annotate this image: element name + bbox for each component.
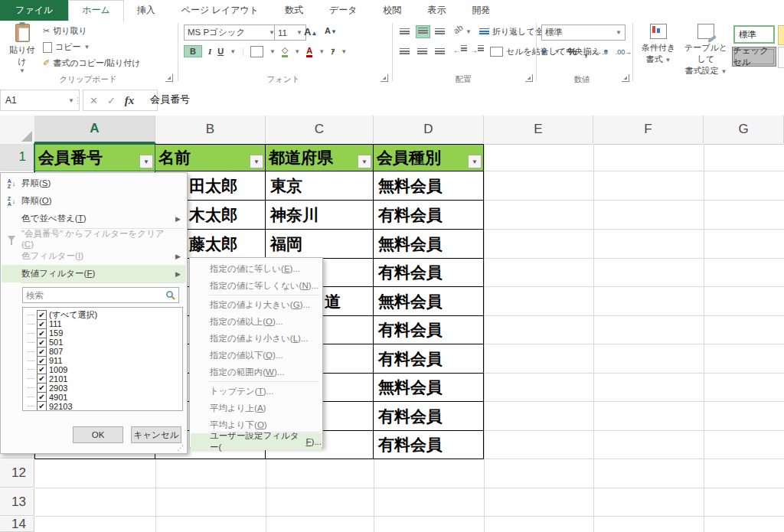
number-filter-item-11[interactable]: ユーザー設定フィルター(F)... xyxy=(191,433,322,450)
cell-C2[interactable]: 東京 xyxy=(266,171,374,201)
tab-表示[interactable]: 表示 xyxy=(415,0,459,21)
filter-dropdown-button-都道府県[interactable]: ▼ xyxy=(358,155,371,168)
copy-button[interactable]: コピー ▼ xyxy=(43,41,90,53)
header-cell-都道府県[interactable]: 都道府県▼ xyxy=(266,144,374,171)
cell-style-partial-neutral[interactable] xyxy=(778,25,784,45)
cell-D4[interactable]: 無料会員 xyxy=(374,230,484,259)
filter-search-input[interactable] xyxy=(23,291,165,300)
resize-grip[interactable]: ⋰ xyxy=(177,444,185,452)
align-top-icon[interactable] xyxy=(400,28,410,36)
number-filter-item-1[interactable]: 指定の値に等しい(E)... xyxy=(191,260,322,277)
ok-button[interactable]: OK xyxy=(73,426,123,443)
phonetic-button[interactable]: ｱ xyxy=(331,47,335,56)
name-box-splitter[interactable]: ⋮ xyxy=(74,96,82,106)
cell-C4[interactable]: 福岡 xyxy=(266,230,374,259)
conditional-formatting-button[interactable]: 条件付き 書式 ▼ xyxy=(637,24,680,65)
column-header-C[interactable]: C xyxy=(266,116,374,143)
filter-value-92103[interactable]: ✔92103 xyxy=(28,401,73,411)
select-all-corner[interactable] xyxy=(0,116,35,143)
font-color-button[interactable]: A xyxy=(306,46,312,57)
tab-ページ レイアウト[interactable]: ページ レイアウト xyxy=(168,0,272,21)
number-filter-item-6[interactable]: 指定の値以下(Q)... xyxy=(191,347,322,364)
filter-dropdown-button-会員種別[interactable]: ▼ xyxy=(468,155,482,168)
row-header-1[interactable]: 1 xyxy=(0,144,34,171)
cell-D8[interactable]: 有料会員 xyxy=(374,344,484,374)
column-header-F[interactable]: F xyxy=(593,116,704,143)
tab-挿入[interactable]: 挿入 xyxy=(124,0,168,21)
number-filter-item-2[interactable]: 指定の値に等しくない(N)... xyxy=(191,277,322,294)
align-middle-icon[interactable] xyxy=(416,25,430,38)
underline-button[interactable]: U xyxy=(217,47,224,56)
filter-dropdown-button-会員番号[interactable]: ▼ xyxy=(139,155,153,168)
number-filter-item-5[interactable]: 指定の値より小さい(L)... xyxy=(191,330,322,347)
enter-formula-icon[interactable]: ✓ xyxy=(107,95,116,106)
tab-数式[interactable]: 数式 xyxy=(272,0,316,21)
row-header-13[interactable]: 13 xyxy=(0,488,34,516)
cancel-formula-icon[interactable]: ✕ xyxy=(90,95,98,106)
formula-content[interactable]: 会員番号 xyxy=(150,90,190,109)
column-header-A[interactable]: A xyxy=(34,116,155,143)
tab-開発[interactable]: 開発 xyxy=(459,0,504,21)
column-header-G[interactable]: G xyxy=(704,116,784,143)
number-filter-item-4[interactable]: 指定の値以上(O)... xyxy=(191,313,322,330)
name-box[interactable]: A1 ▼ xyxy=(0,90,80,111)
header-cell-名前[interactable]: 名前▼ xyxy=(155,144,266,171)
borders-icon[interactable] xyxy=(250,46,263,57)
increase-indent-icon[interactable]: → xyxy=(470,45,484,54)
font-name-combo[interactable]: MS Pゴシック ▼ xyxy=(184,24,279,41)
column-header-E[interactable]: E xyxy=(484,116,593,143)
tab-校閲[interactable]: 校閲 xyxy=(371,0,415,21)
comma-format-button[interactable]: , xyxy=(584,45,587,58)
orientation-icon[interactable]: ab xyxy=(452,23,465,36)
column-header-D[interactable]: D xyxy=(374,116,484,143)
cancel-button[interactable]: キャンセル xyxy=(131,426,181,443)
increase-decimal-button[interactable]: ←.0 xyxy=(595,48,608,56)
align-bottom-icon[interactable] xyxy=(435,28,445,36)
shrink-font-button[interactable]: A▼ xyxy=(325,26,337,35)
format-as-table-button[interactable]: テーブルとして 書式設定 ▼ xyxy=(681,24,730,77)
number-filter-item-9[interactable]: 平均より上(A) xyxy=(191,400,322,416)
align-right-icon[interactable] xyxy=(435,48,445,56)
paste-button[interactable]: 貼り付け ▼ xyxy=(6,24,38,74)
font-size-combo[interactable]: 11 ▼ xyxy=(274,24,306,41)
cell-D5[interactable]: 有料会員 xyxy=(374,259,484,287)
number-filter-item-7[interactable]: 指定の範囲内(W)... xyxy=(191,364,322,380)
tab-file[interactable]: ファイル xyxy=(0,0,68,21)
cell-D7[interactable]: 有料会員 xyxy=(374,316,484,344)
cell-D6[interactable]: 無料会員 xyxy=(374,287,484,316)
tab-データ[interactable]: データ xyxy=(316,0,371,21)
alignment-dialog-launcher[interactable] xyxy=(525,74,533,82)
checkbox-icon[interactable]: ✔ xyxy=(37,401,47,411)
cell-D11[interactable]: 有料会員 xyxy=(374,431,484,459)
format-painter-button[interactable]: ✐ 書式のコピー/貼り付け xyxy=(43,57,141,69)
bold-button[interactable]: B xyxy=(184,45,202,57)
header-cell-会員種別[interactable]: 会員種別▼ xyxy=(374,144,484,171)
font-dialog-launcher[interactable] xyxy=(381,74,388,82)
cell-C3[interactable]: 神奈川 xyxy=(266,201,374,230)
decrease-decimal-button[interactable]: .00→ xyxy=(616,48,632,56)
align-left-icon[interactable] xyxy=(400,48,410,56)
number-format-combo[interactable]: 標準 ▼ xyxy=(541,24,626,41)
number-filter-item-8[interactable]: トップテン(T)... xyxy=(191,383,322,400)
clipboard-dialog-launcher[interactable] xyxy=(165,74,173,82)
cell-D10[interactable]: 有料会員 xyxy=(374,402,484,431)
cell-style-check-cell[interactable]: チェック セル xyxy=(732,47,776,67)
cut-button[interactable]: ✂ 切り取り xyxy=(43,25,87,37)
currency-format-button[interactable]: ¥ xyxy=(541,47,547,57)
column-header-B[interactable]: B xyxy=(155,116,266,143)
filter-dropdown-button-名前[interactable]: ▼ xyxy=(250,155,263,168)
grow-font-button[interactable]: A▲ xyxy=(304,26,317,38)
menu-item-1[interactable]: AZ↓昇順(S) xyxy=(2,175,186,192)
menu-item-6[interactable]: 数値フィルター(F)▶ xyxy=(2,265,186,282)
cell-D9[interactable]: 無料会員 xyxy=(374,374,484,402)
decrease-indent-icon[interactable]: ← xyxy=(453,45,467,54)
insert-function-icon[interactable]: fx xyxy=(125,94,135,107)
italic-button[interactable]: I xyxy=(208,47,211,56)
cell-style-partial-next[interactable] xyxy=(778,47,784,68)
tab-ホーム[interactable]: ホーム xyxy=(68,0,124,21)
menu-item-3[interactable]: 色で並べ替え(T)▶ xyxy=(2,210,186,227)
number-dialog-launcher[interactable] xyxy=(622,74,629,82)
align-center-icon[interactable] xyxy=(417,48,427,56)
row-header-12[interactable]: 12 xyxy=(0,459,34,488)
row-header-14[interactable]: 14 xyxy=(0,517,34,532)
